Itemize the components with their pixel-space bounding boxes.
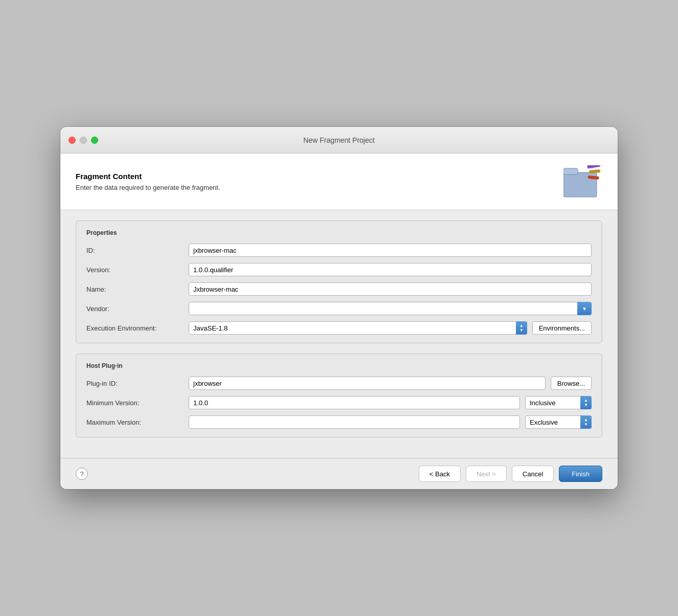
exec-env-row: Execution Environment: JavaSE-1.8 ▲ ▼ En… [86,321,592,335]
plugin-id-input[interactable] [189,377,546,390]
version-input[interactable] [189,263,592,276]
min-version-row: Minimum Version: Inclusive Exclusive ▲ ▼ [86,396,592,409]
maximize-button[interactable] [91,137,98,144]
content: Fragment Content Enter the data required… [60,153,618,489]
titlebar: New Fragment Project [60,127,618,153]
min-version-label: Minimum Version: [86,399,189,407]
header-text: Fragment Content Enter the data required… [76,172,220,191]
traffic-lights [69,137,98,144]
max-version-select-wrapper: Inclusive Exclusive ▲ ▼ [525,415,592,429]
name-row: Name: [86,282,592,296]
back-button[interactable]: < Back [419,466,461,482]
plugin-id-row: Plug-in ID: Browse... [86,377,592,390]
properties-section: Properties ID: Version: Name: [76,221,602,343]
svg-rect-2 [587,165,600,169]
finish-button[interactable]: Finish [559,466,602,482]
exec-env-select-wrapper: JavaSE-1.8 ▲ ▼ [189,321,527,335]
next-button[interactable]: Next > [466,466,507,482]
min-version-select[interactable]: Inclusive Exclusive [525,396,592,409]
chevron-up-icon: ▲ [519,324,524,328]
version-label: Version: [86,266,189,274]
svg-rect-3 [589,169,600,173]
svg-rect-1 [563,168,578,174]
id-label: ID: [86,247,189,254]
id-row: ID: [86,244,592,257]
max-version-label: Maximum Version: [86,419,189,426]
name-input[interactable] [189,282,592,296]
folder-icon [563,165,600,198]
vendor-label: Vendor: [86,305,189,313]
header-icon [561,164,602,200]
page-title: Fragment Content [76,172,220,181]
name-label: Name: [86,285,189,293]
host-plugin-section-title: Host Plug-in [86,362,592,369]
page-description: Enter the data required to generate the … [76,184,220,191]
chevron-down-icon: ▼ [519,328,524,333]
host-plugin-section: Host Plug-in Plug-in ID: Browse... Minim… [76,354,602,437]
plugin-id-label: Plug-in ID: [86,380,189,387]
vendor-input-wrapper: ▼ [189,302,592,315]
close-button[interactable] [69,137,76,144]
help-icon: ? [80,470,83,478]
minimize-button[interactable] [80,137,87,144]
browse-button[interactable]: Browse... [551,377,592,390]
header-section: Fragment Content Enter the data required… [60,153,618,210]
version-row: Version: [86,263,592,276]
exec-env-stepper: ▲ ▼ [516,321,527,335]
id-input[interactable] [189,244,592,257]
footer-left: ? [76,468,88,480]
help-button[interactable]: ? [76,468,88,480]
window: New Fragment Project Fragment Content En… [60,127,618,489]
vendor-row: Vendor: ▼ [86,302,592,315]
footer: ? < Back Next > Cancel Finish [60,458,618,489]
footer-right: < Back Next > Cancel Finish [419,466,602,482]
environments-button[interactable]: Environments... [532,321,592,335]
main-body: Properties ID: Version: Name: [60,210,618,458]
max-version-row: Maximum Version: Inclusive Exclusive ▲ ▼ [86,415,592,429]
cancel-button[interactable]: Cancel [512,466,554,482]
window-title: New Fragment Project [303,136,374,144]
exec-env-label: Execution Environment: [86,324,189,332]
max-version-input[interactable] [189,415,520,429]
min-version-input[interactable] [189,396,520,409]
vendor-dropdown-button[interactable]: ▼ [577,302,592,315]
min-version-select-wrapper: Inclusive Exclusive ▲ ▼ [525,396,592,409]
vendor-input[interactable] [189,302,592,315]
properties-section-title: Properties [86,229,592,236]
chevron-down-icon: ▼ [582,306,587,312]
max-version-select[interactable]: Inclusive Exclusive [525,415,592,429]
exec-env-select[interactable]: JavaSE-1.8 [189,321,527,335]
